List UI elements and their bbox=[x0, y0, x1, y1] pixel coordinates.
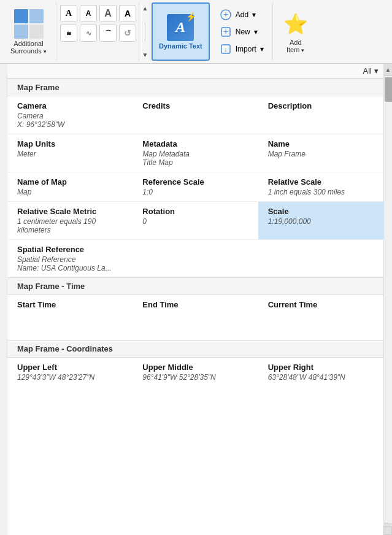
table-cell[interactable]: Upper Right 63°28'48"W 48°41'39"N bbox=[258, 358, 383, 387]
cell-title: Description bbox=[268, 101, 374, 110]
main-content: All ▾ Map Frame Camera CameraX: 96°32'58… bbox=[0, 64, 392, 535]
table-row: Name of Map Map Reference Scale 1:0 Rela… bbox=[7, 172, 383, 202]
cell-value: Spatial ReferenceName: USA Contiguous La… bbox=[17, 255, 123, 272]
scrollbar-thumb[interactable] bbox=[385, 77, 392, 102]
text-icons-row2: ≋ ∿ ⌒ ↺ bbox=[60, 25, 136, 42]
cell-title: Upper Right bbox=[268, 363, 374, 372]
additional-surrounds-button[interactable]: AdditionalSurrounds ▾ bbox=[1, 2, 56, 61]
toolbar: AdditionalSurrounds ▾ A A A A ≋ ∿ ⌒ ↺ ▲ … bbox=[0, 0, 392, 64]
text-style-group: A A A A ≋ ∿ ⌒ ↺ bbox=[58, 2, 139, 61]
new-icon: + bbox=[220, 26, 232, 38]
cell-title: Name bbox=[268, 139, 374, 148]
table-row: Camera CameraX: 96°32'58"W Credits Descr… bbox=[7, 96, 383, 134]
text-style-btn-2[interactable]: A bbox=[80, 5, 97, 22]
table-cell[interactable]: Name of Map Map bbox=[7, 172, 133, 202]
cell-title: Relative Scale Metric bbox=[17, 207, 123, 216]
table-container[interactable]: Map Frame Camera CameraX: 96°32'58"W Cre… bbox=[7, 79, 383, 535]
text-style-btn-6[interactable]: ∿ bbox=[80, 25, 97, 42]
text-style-btn-4[interactable]: A bbox=[119, 5, 136, 22]
scrollbar-track[interactable]: ▲ ▼ bbox=[383, 64, 392, 535]
table-cell[interactable]: Current Time bbox=[258, 295, 383, 340]
svg-text:↓: ↓ bbox=[224, 45, 228, 53]
text-style-btn-7[interactable]: ⌒ bbox=[99, 25, 117, 42]
table-cell[interactable]: Name Map Frame bbox=[258, 134, 383, 172]
additional-surrounds-icon bbox=[14, 9, 44, 39]
table-cell[interactable]: Map Units Meter bbox=[7, 134, 133, 172]
table-row: Upper Left 129°43'3"W 48°23'27"N Upper M… bbox=[7, 358, 383, 387]
map-frame-coordinates-table: Upper Left 129°43'3"W 48°23'27"N Upper M… bbox=[7, 358, 383, 387]
cell-value: 129°43'3"W 48°23'27"N bbox=[17, 373, 123, 382]
table-cell-highlighted[interactable]: Scale 1:19,000,000 bbox=[258, 202, 383, 240]
left-bar bbox=[0, 64, 7, 535]
table-cell[interactable]: Rotation 0 bbox=[133, 202, 258, 240]
import-button[interactable]: ↓ Import ▾ bbox=[216, 41, 267, 57]
cell-title: Start Time bbox=[17, 300, 123, 309]
section-header-map-frame: Map Frame bbox=[7, 79, 383, 96]
cell-title: Credits bbox=[142, 101, 248, 110]
add-label: Add bbox=[236, 10, 248, 19]
cell-value: Map Frame bbox=[268, 150, 374, 158]
cell-value: CameraX: 96°32'58"W bbox=[17, 112, 123, 129]
import-label: Import bbox=[236, 45, 256, 53]
add-button[interactable]: + Add ▾ bbox=[216, 7, 267, 23]
cell-value: 0 bbox=[142, 217, 248, 226]
star-icon: ⭐ bbox=[282, 10, 309, 37]
content-panel: All ▾ Map Frame Camera CameraX: 96°32'58… bbox=[7, 64, 383, 535]
cell-title: Map Units bbox=[17, 139, 123, 148]
lightning-icon: ⚡ bbox=[186, 12, 196, 21]
text-style-btn-3[interactable]: A bbox=[99, 5, 117, 22]
filter-dropdown[interactable]: All ▾ bbox=[363, 66, 379, 75]
new-button[interactable]: + New ▾ bbox=[216, 24, 267, 40]
table-cell[interactable]: Camera CameraX: 96°32'58"W bbox=[7, 96, 133, 134]
table-cell[interactable]: Upper Left 129°43'3"W 48°23'27"N bbox=[7, 358, 133, 387]
text-icons-row1: A A A A bbox=[60, 5, 136, 22]
cell-title: Relative Scale bbox=[268, 177, 374, 187]
table-cell[interactable] bbox=[258, 240, 383, 278]
additional-surrounds-label: AdditionalSurrounds ▾ bbox=[10, 40, 47, 55]
cell-value: 96°41'9"W 52°28'35"N bbox=[142, 373, 248, 382]
cell-title: Rotation bbox=[142, 207, 248, 216]
section-header-map-frame-time: Map Frame - Time bbox=[7, 277, 383, 295]
cell-title: Upper Middle bbox=[142, 363, 248, 372]
table-cell[interactable]: Description bbox=[258, 96, 383, 134]
table-cell[interactable]: Metadata Map MetadataTitle Map bbox=[133, 134, 258, 172]
text-style-btn-8[interactable]: ↺ bbox=[119, 25, 136, 42]
new-caret: ▾ bbox=[254, 28, 258, 36]
cell-value: 63°28'48"W 48°41'39"N bbox=[268, 373, 374, 382]
cell-title: End Time bbox=[142, 300, 248, 309]
cell-title: Name of Map bbox=[17, 177, 123, 187]
text-style-btn-5[interactable]: ≋ bbox=[60, 25, 77, 42]
table-cell[interactable]: Reference Scale 1:0 bbox=[133, 172, 258, 202]
cell-value: 1:19,000,000 bbox=[268, 217, 374, 226]
table-row: Start Time End Time Current Time bbox=[7, 295, 383, 340]
resize-handle[interactable] bbox=[383, 526, 392, 535]
table-cell[interactable]: Upper Middle 96°41'9"W 52°28'35"N bbox=[133, 358, 258, 387]
table-cell[interactable]: Spatial Reference Spatial ReferenceName:… bbox=[7, 240, 133, 278]
filter-caret-icon: ▾ bbox=[374, 66, 379, 75]
table-cell[interactable] bbox=[133, 240, 258, 278]
filter-bar: All ▾ bbox=[7, 64, 383, 79]
table-cell[interactable]: Relative Scale Metric 1 centimeter equal… bbox=[7, 202, 133, 240]
cell-value: 1 inch equals 300 miles bbox=[268, 188, 374, 196]
new-label: New bbox=[236, 28, 250, 36]
cell-value: 1 centimeter equals 190kilometers bbox=[17, 217, 123, 234]
add-item-label: AddItem ▾ bbox=[286, 39, 304, 53]
dynamic-text-button[interactable]: A ⚡ Dynamic Text bbox=[152, 2, 210, 61]
scroll-up-icon[interactable]: ▲ bbox=[142, 5, 148, 12]
cell-title: Scale bbox=[268, 207, 374, 216]
scrollbar-empty bbox=[384, 103, 392, 523]
add-new-import-group: + Add ▾ + New ▾ ↓ Import bbox=[211, 2, 273, 61]
cell-value: Meter bbox=[17, 150, 123, 158]
scroll-arrows[interactable]: ▲ ▼ bbox=[140, 2, 150, 61]
add-item-button[interactable]: ⭐ AddItem ▾ bbox=[274, 2, 317, 61]
svg-text:+: + bbox=[223, 9, 228, 19]
table-row: Relative Scale Metric 1 centimeter equal… bbox=[7, 202, 383, 240]
scrollbar-up-btn[interactable]: ▲ bbox=[384, 64, 392, 76]
text-style-btn-1[interactable]: A bbox=[60, 5, 77, 22]
scroll-down-icon[interactable]: ▼ bbox=[142, 52, 148, 58]
cell-title: Current Time bbox=[268, 300, 374, 309]
table-cell[interactable]: Start Time bbox=[7, 295, 133, 340]
table-cell[interactable]: Relative Scale 1 inch equals 300 miles bbox=[258, 172, 383, 202]
table-cell[interactable]: Credits bbox=[133, 96, 258, 134]
table-cell[interactable]: End Time bbox=[133, 295, 258, 340]
